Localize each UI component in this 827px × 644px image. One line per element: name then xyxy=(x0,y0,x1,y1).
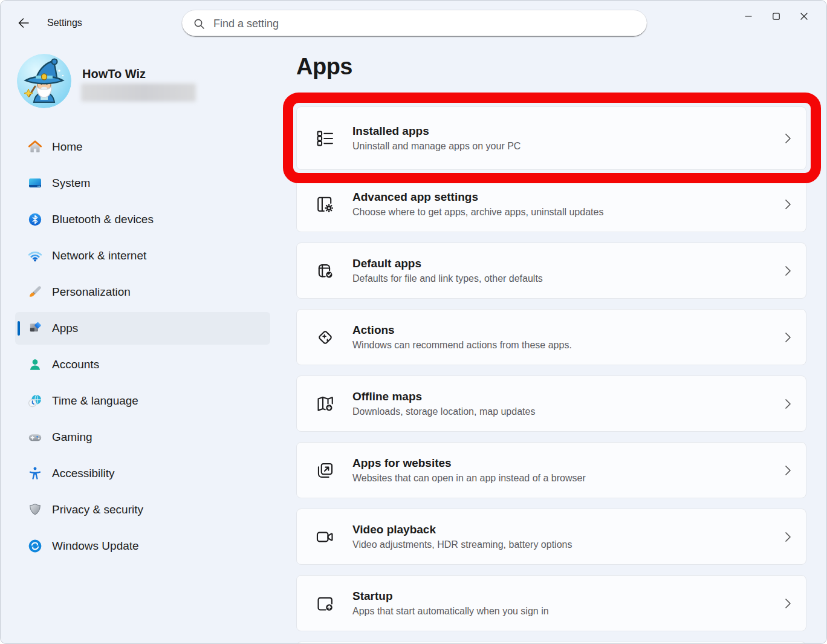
gaming-icon xyxy=(27,429,43,445)
sidebar-item-network-internet[interactable]: Network & internet xyxy=(15,239,270,272)
card-subtitle: Defaults for file and link types, other … xyxy=(352,273,543,284)
card-subtitle: Video adjustments, HDR streaming, batter… xyxy=(352,539,572,550)
user-name: HowTo Wiz xyxy=(82,67,146,81)
next-card-partial[interactable] xyxy=(296,642,806,644)
installed-apps-icon xyxy=(315,128,336,149)
sidebar-item-accounts[interactable]: Accounts xyxy=(15,348,270,381)
card-subtitle: Windows can recommend actions from these… xyxy=(352,340,572,351)
search-icon xyxy=(193,18,205,30)
minimize-icon xyxy=(745,13,752,20)
card-title: Video playback xyxy=(352,523,572,536)
sidebar-item-label: Network & internet xyxy=(52,249,146,262)
sidebar-item-label: Home xyxy=(52,140,83,154)
card-subtitle: Websites that can open in an app instead… xyxy=(352,473,586,484)
sidebar-item-label: Gaming xyxy=(52,431,92,444)
card-advanced-app-settings[interactable]: Advanced app settings Choose where to ge… xyxy=(296,176,806,232)
sidebar-item-label: Bluetooth & devices xyxy=(52,213,154,226)
video-playback-icon xyxy=(315,527,336,547)
accessibility-icon xyxy=(27,466,43,481)
sidebar-item-system[interactable]: System xyxy=(15,167,270,200)
apps-for-websites-icon xyxy=(315,460,336,481)
close-icon xyxy=(800,13,808,20)
search-box[interactable] xyxy=(181,10,647,37)
sidebar-item-label: Privacy & security xyxy=(52,503,143,516)
card-title: Apps for websites xyxy=(352,457,586,470)
offline-maps-icon xyxy=(315,394,336,414)
apps-icon xyxy=(27,320,43,336)
minimize-button[interactable] xyxy=(735,5,762,27)
card-subtitle: Choose where to get apps, archive apps, … xyxy=(352,207,603,218)
chevron-right-icon xyxy=(784,398,791,410)
chevron-right-icon xyxy=(784,531,791,543)
system-icon xyxy=(27,175,43,191)
page-title: Apps xyxy=(296,54,352,80)
sidebar-item-label: System xyxy=(52,177,90,190)
sidebar-item-windows-update[interactable]: Windows Update xyxy=(15,530,270,562)
card-title: Startup xyxy=(352,590,549,603)
sidebar-item-time-language[interactable]: Time & language xyxy=(15,385,270,417)
chevron-right-icon xyxy=(784,597,791,610)
sidebar-item-bluetooth-devices[interactable]: Bluetooth & devices xyxy=(15,203,270,236)
card-title: Installed apps xyxy=(352,125,521,138)
sidebar-item-label: Windows Update xyxy=(52,539,139,553)
sidebar-item-label: Accessibility xyxy=(52,467,114,480)
window-controls xyxy=(735,5,818,27)
sidebar-item-home[interactable]: Home xyxy=(15,131,270,163)
back-button[interactable] xyxy=(14,14,33,32)
sidebar-item-gaming[interactable]: Gaming xyxy=(15,421,270,454)
chevron-right-icon xyxy=(784,331,791,343)
personalization-icon xyxy=(27,284,43,300)
sidebar-item-label: Accounts xyxy=(52,358,99,371)
card-default-apps[interactable]: Default apps Defaults for file and link … xyxy=(296,242,806,299)
sidebar-item-label: Personalization xyxy=(52,285,131,299)
sidebar-item-accessibility[interactable]: Accessibility xyxy=(15,457,270,490)
card-subtitle: Downloads, storage location, map updates xyxy=(352,406,535,417)
maximize-icon xyxy=(773,13,780,20)
bluetooth-icon xyxy=(27,212,43,227)
app-title: Settings xyxy=(47,18,82,28)
network-icon xyxy=(27,248,43,264)
startup-icon xyxy=(315,593,336,614)
card-offline-maps[interactable]: Offline maps Downloads, storage location… xyxy=(296,376,806,432)
home-icon xyxy=(27,139,43,155)
chevron-right-icon xyxy=(784,464,791,476)
card-video-playback[interactable]: Video playback Video adjustments, HDR st… xyxy=(296,509,806,565)
windows-update-icon xyxy=(27,538,43,554)
maximize-button[interactable] xyxy=(762,5,790,27)
sidebar-item-personalization[interactable]: Personalization xyxy=(15,276,270,308)
settings-card-list: Installed apps Uninstall and manage apps… xyxy=(296,106,806,644)
advanced-app-settings-icon xyxy=(315,194,336,215)
card-apps-for-websites[interactable]: Apps for websites Websites that can open… xyxy=(296,442,806,498)
sidebar-item-label: Apps xyxy=(52,322,78,335)
card-installed-apps[interactable]: Installed apps Uninstall and manage apps… xyxy=(296,106,806,170)
card-title: Default apps xyxy=(352,257,543,270)
sidebar-item-privacy-security[interactable]: Privacy & security xyxy=(15,493,270,526)
time-language-icon xyxy=(27,393,43,409)
back-arrow-icon xyxy=(18,18,29,28)
card-subtitle: Apps that start automatically when you s… xyxy=(352,606,549,617)
sidebar-item-label: Time & language xyxy=(52,394,138,408)
privacy-security-icon xyxy=(27,502,43,518)
chevron-right-icon xyxy=(784,198,791,210)
default-apps-icon xyxy=(315,261,336,281)
card-actions[interactable]: Actions Windows can recommend actions fr… xyxy=(296,309,806,365)
card-title: Actions xyxy=(352,324,572,337)
sidebar-item-apps[interactable]: Apps xyxy=(15,312,270,345)
chevron-right-icon xyxy=(784,132,791,145)
user-email-blurred xyxy=(81,83,196,102)
search-input[interactable] xyxy=(213,18,600,30)
user-avatar[interactable] xyxy=(17,54,71,108)
card-startup[interactable]: Startup Apps that start automatically wh… xyxy=(296,575,806,631)
sidebar-nav: Home System Bluetooth & d xyxy=(15,131,270,566)
accounts-icon xyxy=(27,357,43,372)
card-title: Offline maps xyxy=(352,390,535,403)
card-title: Advanced app settings xyxy=(352,190,603,204)
wizard-avatar-image xyxy=(17,54,71,108)
actions-icon xyxy=(315,327,336,348)
chevron-right-icon xyxy=(784,265,791,277)
card-subtitle: Uninstall and manage apps on your PC xyxy=(352,141,521,152)
settings-window: Settings xyxy=(0,0,827,644)
close-button[interactable] xyxy=(790,5,818,27)
